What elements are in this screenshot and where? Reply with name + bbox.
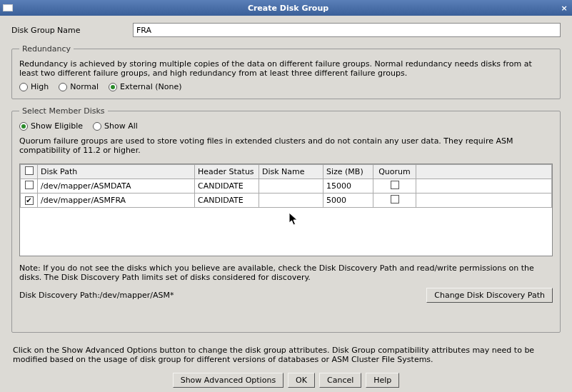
cell-size: 5000 bbox=[323, 194, 373, 208]
cell-path: /dev/mapper/ASMDATA bbox=[38, 179, 195, 194]
member-disks-legend: Select Member Disks bbox=[19, 106, 108, 116]
disk-group-name-label: Disk Group Name bbox=[11, 26, 133, 35]
header-status[interactable]: Header Status bbox=[195, 165, 259, 179]
discovery-note: Note: If you do not see the disks which … bbox=[19, 263, 553, 282]
radio-icon bbox=[19, 122, 28, 131]
header-path[interactable]: Disk Path bbox=[38, 165, 195, 179]
cell-disk-name bbox=[259, 194, 323, 208]
discovery-row: Disk Discovery Path: /dev/mapper/ASM* Ch… bbox=[19, 288, 553, 303]
redundancy-group: Redundancy Redundancy is achieved by sto… bbox=[11, 44, 561, 99]
cell-header-status: CANDIDATE bbox=[195, 179, 259, 194]
redundancy-external[interactable]: External (None) bbox=[109, 82, 181, 91]
disk-table-wrap: Disk Path Header Status Disk Name Size (… bbox=[19, 164, 553, 256]
cancel-button[interactable]: Cancel bbox=[319, 373, 361, 388]
radio-label: Show Eligible bbox=[31, 121, 83, 131]
disk-group-name-input[interactable] bbox=[133, 23, 561, 37]
quorum-checkbox[interactable] bbox=[391, 181, 399, 189]
cell-disk-name bbox=[259, 179, 323, 194]
window-icon bbox=[3, 4, 13, 11]
disk-group-name-row: Disk Group Name bbox=[11, 23, 561, 37]
button-row: Show Advanced Options OK Cancel Help bbox=[11, 373, 561, 388]
member-disks-group: Select Member Disks Show Eligible Show A… bbox=[11, 106, 561, 333]
redundancy-high[interactable]: High bbox=[19, 82, 49, 91]
show-advanced-button[interactable]: Show Advanced Options bbox=[173, 373, 284, 388]
radio-label: High bbox=[31, 82, 49, 91]
quorum-checkbox[interactable] bbox=[391, 195, 399, 203]
close-icon[interactable]: × bbox=[559, 4, 569, 13]
table-row[interactable]: /dev/mapper/ASMDATA CANDIDATE 15000 bbox=[21, 179, 552, 194]
dialog-window: Create Disk Group × Disk Group Name Redu… bbox=[0, 0, 572, 392]
checkbox-icon bbox=[25, 166, 34, 175]
redundancy-desc: Redundancy is achieved by storing multip… bbox=[19, 59, 553, 78]
member-filter: Show Eligible Show All bbox=[19, 121, 553, 131]
cell-size: 15000 bbox=[323, 179, 373, 194]
discovery-label: Disk Discovery Path: bbox=[19, 291, 100, 300]
radio-icon bbox=[19, 83, 28, 91]
quorum-desc: Quorum failure groups are used to store … bbox=[19, 136, 553, 155]
redundancy-legend: Redundancy bbox=[19, 44, 74, 54]
cell-path: /dev/mapper/ASMFRA bbox=[38, 194, 195, 208]
redundancy-normal[interactable]: Normal bbox=[59, 82, 99, 91]
header-disk-name[interactable]: Disk Name bbox=[259, 165, 323, 179]
help-button[interactable]: Help bbox=[366, 373, 399, 388]
change-discovery-button[interactable]: Change Disk Discovery Path bbox=[426, 288, 553, 303]
footer-text: Click on the Show Advanced Options butto… bbox=[13, 346, 559, 364]
discovery-value: /dev/mapper/ASM* bbox=[100, 291, 174, 300]
redundancy-options: High Normal External (None) bbox=[19, 82, 553, 91]
cell-header-status: CANDIDATE bbox=[195, 194, 259, 208]
radio-icon bbox=[109, 83, 117, 91]
table-row[interactable]: /dev/mapper/ASMFRA CANDIDATE 5000 bbox=[21, 194, 552, 208]
table-header-row: Disk Path Header Status Disk Name Size (… bbox=[21, 165, 552, 179]
disk-table: Disk Path Header Status Disk Name Size (… bbox=[20, 164, 552, 208]
window-title: Create Disk Group bbox=[17, 4, 559, 13]
radio-icon bbox=[93, 122, 101, 131]
header-size[interactable]: Size (MB) bbox=[323, 165, 373, 179]
radio-label: External (None) bbox=[120, 82, 181, 91]
header-select-all[interactable] bbox=[21, 165, 38, 179]
row-checkbox[interactable] bbox=[25, 181, 34, 189]
filter-all[interactable]: Show All bbox=[93, 121, 138, 131]
radio-icon bbox=[59, 83, 67, 91]
ok-button[interactable]: OK bbox=[288, 373, 315, 388]
radio-label: Show All bbox=[104, 121, 138, 131]
filter-eligible[interactable]: Show Eligible bbox=[19, 121, 83, 131]
radio-label: Normal bbox=[70, 82, 99, 91]
header-filler bbox=[416, 165, 552, 179]
content: Disk Group Name Redundancy Redundancy is… bbox=[0, 16, 572, 392]
header-quorum[interactable]: Quorum bbox=[373, 165, 416, 179]
row-checkbox[interactable] bbox=[25, 196, 34, 205]
titlebar[interactable]: Create Disk Group × bbox=[0, 0, 572, 16]
